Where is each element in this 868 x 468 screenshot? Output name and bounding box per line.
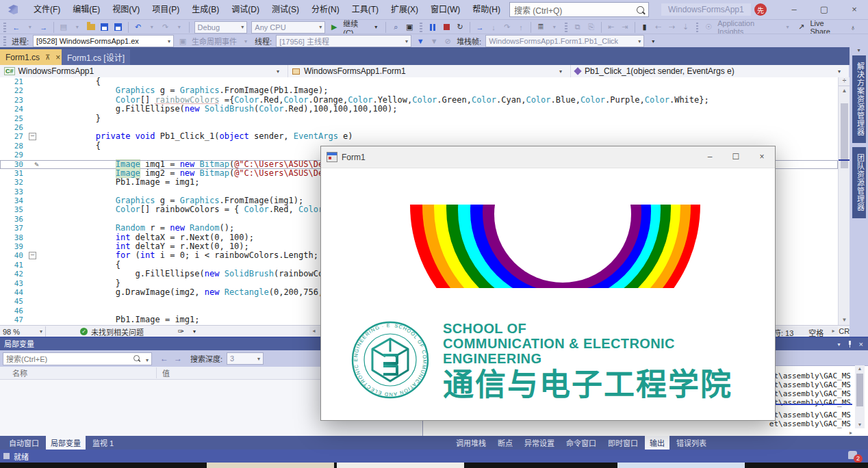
undo-dropdown-icon[interactable]: ▾ <box>146 22 157 33</box>
app-insights-dropdown-icon[interactable]: ▾ <box>782 22 793 33</box>
save-icon[interactable] <box>99 22 110 33</box>
process-combo[interactable]: [9528] WindowsFormsApp1.ex▾ <box>33 35 174 47</box>
search-depth-combo[interactable]: 3▾ <box>227 352 264 365</box>
search-back-icon[interactable]: ← <box>160 354 168 363</box>
code-line-25[interactable]: 25 } <box>0 114 838 123</box>
debug-tab-7[interactable]: 错误列表 <box>672 436 711 450</box>
scroll-down-icon[interactable]: ▼ <box>855 421 865 428</box>
toolbar-grip[interactable] <box>3 23 6 32</box>
solution-platform-combo[interactable]: Any CPU▾ <box>251 21 325 34</box>
show-next-statement-icon[interactable]: → <box>474 22 485 33</box>
solution-configuration-combo[interactable]: Debug▾ <box>194 21 248 34</box>
application-snapshot-icon[interactable]: ▣ <box>404 22 415 33</box>
maximize-button[interactable]: ▢ <box>810 0 838 19</box>
save-all-icon[interactable] <box>113 22 124 33</box>
menu-1[interactable]: 文件(F) <box>27 0 66 19</box>
bookmark-icon[interactable]: ▮ <box>639 22 650 33</box>
navigate-back-dropdown-icon[interactable]: ▾ <box>25 22 36 33</box>
overflow-dropdown-icon[interactable]: ▾ <box>850 47 868 55</box>
pin-icon[interactable]: ⊼ <box>45 53 50 61</box>
menu-4[interactable]: 项目(P) <box>146 0 186 19</box>
output-vertical-scrollbar[interactable]: ▲ ▼ <box>855 365 865 428</box>
redo-icon[interactable]: ↷ <box>160 22 171 33</box>
toolbar-grip[interactable] <box>565 23 567 32</box>
redo-dropdown-icon[interactable]: ▾ <box>174 22 185 33</box>
lifecycle-label[interactable]: 生命周期事件 <box>192 36 237 47</box>
feedback-icon[interactable]: ♁ <box>847 22 858 33</box>
search-forward-icon[interactable]: → <box>174 354 182 363</box>
breadcrumb-member[interactable]: Pb1_Click_1(object sender, EventArgs e) … <box>571 65 849 77</box>
scroll-left-icon[interactable]: ◂ <box>309 326 318 335</box>
menu-11[interactable]: 窗口(W) <box>424 0 466 19</box>
navigate-back-icon[interactable]: ← <box>11 22 22 33</box>
fold-collapse-icon[interactable]: – <box>29 133 36 140</box>
code-line-26[interactable]: 26 <box>0 123 838 132</box>
fold-collapse-icon[interactable]: – <box>29 252 36 259</box>
lifecycle-dropdown-icon[interactable]: ▾ <box>240 36 251 47</box>
scroll-down-icon[interactable]: ▼ <box>839 315 850 325</box>
hot-reload-icon[interactable]: ⌕ <box>390 22 401 33</box>
form-minimize-button[interactable]: – <box>697 146 723 168</box>
code-map-dropdown-icon[interactable]: ▾ <box>549 22 560 33</box>
form1-window[interactable]: Form1 – ☐ × SCHOOL OF COMMUNIC <box>320 146 776 421</box>
menu-5[interactable]: 生成(B) <box>186 0 225 19</box>
quick-search-input[interactable]: 搜索 (Ctrl+Q) <box>509 2 649 17</box>
new-project-icon[interactable]: ▤ <box>58 22 69 33</box>
code-line-22[interactable]: 22 Graphics g = Graphics.FromImage(Pb1.I… <box>0 86 838 95</box>
step-over-icon[interactable]: ↷ <box>502 22 513 33</box>
new-item-dropdown-icon[interactable]: ▾ <box>72 22 83 33</box>
next-bookmark-icon[interactable]: ⇢ <box>667 22 678 33</box>
health-status-label[interactable]: 未找到相关问题 <box>91 326 144 337</box>
suspend-threads-icon[interactable]: ⊘ <box>442 36 453 47</box>
form-maximize-button[interactable]: ☐ <box>723 146 749 168</box>
menu-7[interactable]: 测试(S) <box>266 0 305 19</box>
live-share-icon[interactable]: ↗ <box>795 22 806 33</box>
minimize-button[interactable]: – <box>780 0 808 19</box>
watch-tab-1[interactable]: 自动窗口 <box>4 436 44 450</box>
scrollbar-thumb[interactable] <box>841 103 848 168</box>
column-name[interactable]: 名称 <box>0 367 157 378</box>
code-line-23[interactable]: 23 Color[] rainbowColors ={Color.Red,Col… <box>0 96 838 105</box>
watch-tab-3[interactable]: 监视 1 <box>88 436 118 450</box>
close-tab-icon[interactable]: × <box>55 53 60 62</box>
prev-bookmark-icon[interactable]: ⇠ <box>653 22 664 33</box>
form-close-button[interactable]: × <box>749 146 775 168</box>
breadcrumb-project[interactable]: C# WindowsFormsApp1 ▾ <box>0 65 288 77</box>
codelens-brush-icon[interactable]: ✑ <box>175 326 186 337</box>
debugbar-overflow-icon[interactable]: ▾ <box>648 36 659 47</box>
lifecycle-icon[interactable]: ▣ <box>177 36 188 47</box>
live-share-label[interactable]: Live Share <box>810 19 844 36</box>
taskbar-window-preview[interactable] <box>617 463 745 468</box>
side-tab-2[interactable]: 团队资源管理器 <box>852 147 866 218</box>
splitter-handle[interactable]: ÷ <box>839 77 850 86</box>
indent-decrease-icon[interactable]: ⇤ <box>606 22 617 33</box>
user-avatar[interactable]: 先 <box>754 3 767 16</box>
thread-combo[interactable]: [17956] 主线程▾ <box>276 35 411 47</box>
break-all-icon[interactable] <box>427 22 438 33</box>
continue-icon[interactable]: ▶ <box>329 22 340 33</box>
clear-bookmarks-icon[interactable]: ⇣ <box>680 22 691 33</box>
pin-icon[interactable] <box>847 341 852 348</box>
form1-title-bar[interactable]: Form1 – ☐ × <box>321 146 775 168</box>
codelens-dropdown-icon[interactable]: ▾ <box>189 326 200 337</box>
open-file-icon[interactable] <box>86 22 97 33</box>
debug-tab-1[interactable]: 调用堆栈 <box>451 436 491 450</box>
stop-debugging-icon[interactable] <box>441 22 452 33</box>
code-map-icon[interactable]: 𝄜 <box>535 22 546 33</box>
scroll-up-icon[interactable]: ▲ <box>839 86 850 96</box>
tab-form1-cs[interactable]: Form1.cs ⊼ × <box>0 49 66 65</box>
menu-12[interactable]: 帮助(H) <box>466 0 507 19</box>
menu-6[interactable]: 调试(D) <box>225 0 266 19</box>
debug-tab-4[interactable]: 命令窗口 <box>561 436 601 450</box>
column-value[interactable]: 值 <box>157 367 170 378</box>
continue-dropdown-icon[interactable]: ▾ <box>370 22 381 33</box>
taskbar-window-preview[interactable] <box>207 463 334 468</box>
side-tab-1[interactable]: 解决方案资源管理器 <box>852 55 866 143</box>
undo-icon[interactable]: ↶ <box>133 22 144 33</box>
scroll-right-icon[interactable]: ▸ <box>850 430 852 436</box>
step-out-icon[interactable]: ↑ <box>515 22 526 33</box>
editor-zoom-combo[interactable]: 98 % ▾ <box>0 326 46 337</box>
tab-form1-cs-design[interactable]: Form1.cs [设计] <box>62 49 130 65</box>
locals-search-input[interactable]: 搜索(Ctrl+E) ▾ <box>3 352 152 365</box>
window-position-dropdown-icon[interactable]: ▾ <box>838 341 841 348</box>
